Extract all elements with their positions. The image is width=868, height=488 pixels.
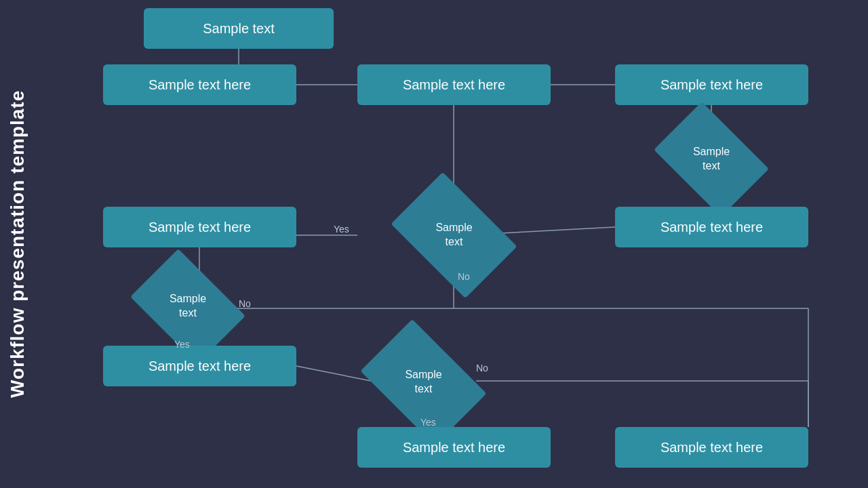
diagram: Sample text Sample text here Sample text… (35, 0, 868, 488)
rect-r3: Sample text here (615, 64, 808, 105)
start-rect: Sample text (144, 8, 334, 49)
label-no1: No (458, 271, 470, 282)
diamond-d3: Sample text (140, 272, 235, 340)
diamond-d2: Sample text (401, 199, 507, 272)
label-yes2: Yes (174, 339, 190, 350)
rect-r7: Sample text here (357, 427, 551, 468)
label-no3: No (476, 363, 488, 373)
rect-r4: Sample text here (103, 207, 296, 247)
svg-line-14 (296, 366, 371, 381)
rect-r5: Sample text here (615, 207, 808, 247)
label-no2: No (239, 298, 251, 309)
label-yes3: Yes (420, 417, 436, 428)
diamond-d4: Sample text (371, 346, 476, 419)
rect-r1: Sample text here (103, 64, 296, 105)
rect-r2: Sample text here (357, 64, 551, 105)
rect-r6: Sample text here (103, 346, 296, 386)
rect-r8: Sample text here (615, 427, 808, 468)
diamond-d1: Sample text (664, 125, 759, 193)
page-title: Workflow presentation template (0, 0, 35, 488)
label-yes1: Yes (334, 224, 349, 235)
